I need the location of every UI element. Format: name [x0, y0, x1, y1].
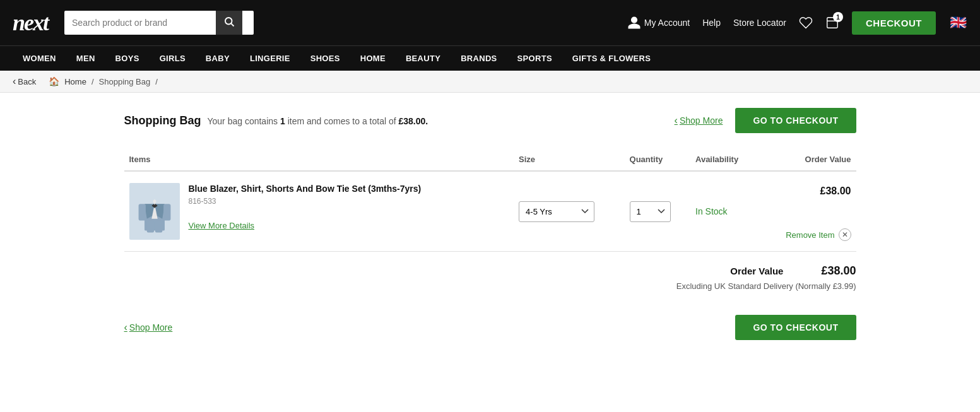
col-size: Size: [514, 148, 624, 171]
shop-more-link-top[interactable]: Shop More: [675, 115, 723, 126]
cat-gifts[interactable]: GIFTS & FLOWERS: [562, 46, 661, 71]
in-stock-status: In Stock: [695, 206, 728, 216]
checkout-button[interactable]: CHECKOUT: [852, 11, 936, 35]
svg-rect-10: [146, 221, 153, 233]
qty-cell: 1 2 3 4 5: [625, 171, 690, 252]
size-select[interactable]: 4-5 Yrs 3-4 Yrs 5-6 Yrs 6-7 Yrs: [519, 201, 594, 222]
product-illustration: [133, 186, 177, 237]
bag-total: £38.00.: [399, 116, 428, 126]
remove-item-button[interactable]: Remove Item ✕: [764, 228, 851, 241]
search-input[interactable]: [64, 13, 216, 33]
remove-item-label: Remove Item: [786, 230, 834, 240]
shop-more-link-bottom[interactable]: Shop More: [124, 322, 173, 333]
item-price: £38.00: [764, 185, 851, 197]
product-cell: Blue Blazer, Shirt, Shorts And Bow Tie S…: [129, 183, 509, 240]
order-summary: Order Value £38.00 Excluding UK Standard…: [124, 264, 856, 291]
nav-icons: My Account Help Store Locator 1 CHECKOUT…: [627, 11, 967, 35]
bag-title-section: Shopping Bag Your bag contains 1 item an…: [124, 114, 428, 127]
cat-women[interactable]: WOMEN: [13, 46, 66, 71]
svg-line-1: [231, 23, 233, 26]
back-link[interactable]: Back: [13, 76, 36, 87]
order-value-amount: £38.00: [821, 264, 856, 278]
search-bar: [64, 11, 254, 35]
cat-lingerie[interactable]: LINGERIE: [240, 46, 300, 71]
bag-header: Shopping Bag Your bag contains 1 item an…: [124, 108, 856, 133]
product-name: Blue Blazer, Shirt, Shorts And Bow Tie S…: [189, 183, 422, 194]
remove-icon: ✕: [839, 228, 851, 241]
qty-select[interactable]: 1 2 3 4 5: [630, 201, 671, 222]
cat-shoes[interactable]: SHOES: [300, 46, 350, 71]
product-code: 816-533: [189, 197, 422, 206]
cat-boys[interactable]: BOYS: [105, 46, 150, 71]
home-icon: 🏠: [49, 76, 59, 86]
account-nav[interactable]: My Account: [627, 16, 690, 30]
go-to-checkout-button-bottom[interactable]: GO TO CHECKOUT: [735, 315, 856, 340]
availability-cell: In Stock: [690, 171, 759, 252]
svg-rect-11: [155, 221, 162, 233]
breadcrumb-home[interactable]: Home: [64, 77, 86, 86]
breadcrumb: Back 🏠 Home / Shopping Bag /: [0, 71, 980, 93]
product-info: Blue Blazer, Shirt, Shorts And Bow Tie S…: [189, 183, 422, 230]
bag-summary: Your bag contains 1 item and comes to a …: [207, 116, 428, 126]
top-nav: next My Account Help Store Locator: [0, 0, 980, 45]
cart-icon[interactable]: 1: [825, 16, 839, 30]
size-cell: 4-5 Yrs 3-4 Yrs 5-6 Yrs 6-7 Yrs: [514, 171, 624, 252]
svg-point-0: [225, 18, 232, 25]
main-content: Shopping Bag Your bag contains 1 item an…: [112, 93, 869, 355]
items-table: Items Size Quantity Availability Order V…: [124, 148, 856, 252]
svg-rect-8: [138, 204, 145, 220]
cat-home[interactable]: HOME: [350, 46, 396, 71]
price-remove-cell: £38.00 Remove Item ✕: [759, 171, 856, 252]
country-flag[interactable]: 🇬🇧: [948, 13, 967, 32]
col-order-value: Order Value: [759, 148, 856, 171]
order-summary-row: Order Value £38.00: [730, 264, 856, 278]
product-image: [129, 183, 180, 240]
cat-beauty[interactable]: BEAUTY: [396, 46, 451, 71]
search-button[interactable]: [216, 11, 242, 35]
wishlist-icon[interactable]: [799, 16, 813, 30]
col-availability: Availability: [690, 148, 759, 171]
view-details-link[interactable]: View More Details: [189, 221, 422, 230]
cat-men[interactable]: MEN: [66, 46, 105, 71]
col-quantity: Quantity: [625, 148, 690, 171]
bag-actions: Shop More GO TO CHECKOUT: [675, 108, 856, 133]
logo: next: [13, 9, 48, 36]
cat-baby[interactable]: BABY: [196, 46, 240, 71]
bag-title: Shopping Bag: [124, 114, 201, 127]
svg-rect-9: [163, 204, 170, 220]
cat-girls[interactable]: GIRLS: [150, 46, 196, 71]
help-link[interactable]: Help: [702, 18, 721, 28]
cat-sports[interactable]: SPORTS: [507, 46, 562, 71]
remove-item-wrap: Remove Item ✕: [764, 228, 851, 241]
store-locator-link[interactable]: Store Locator: [733, 18, 786, 28]
order-value-label: Order Value: [730, 266, 783, 276]
bottom-actions: Shop More GO TO CHECKOUT: [124, 309, 856, 340]
cart-count: 1: [833, 12, 843, 22]
account-label: My Account: [644, 18, 690, 28]
cat-brands[interactable]: BRANDS: [451, 46, 507, 71]
category-nav: WOMEN MEN BOYS GIRLS BABY LINGERIE SHOES…: [0, 45, 980, 71]
breadcrumb-separator-2: /: [155, 77, 158, 86]
go-to-checkout-button-top[interactable]: GO TO CHECKOUT: [735, 108, 856, 133]
item-count: 1: [280, 116, 285, 126]
col-items: Items: [124, 148, 514, 171]
breadcrumb-current: Shopping Bag: [99, 77, 151, 86]
delivery-note: Excluding UK Standard Delivery (Normally…: [676, 281, 856, 291]
breadcrumb-separator-1: /: [92, 77, 94, 86]
table-row: Blue Blazer, Shirt, Shorts And Bow Tie S…: [124, 171, 856, 252]
